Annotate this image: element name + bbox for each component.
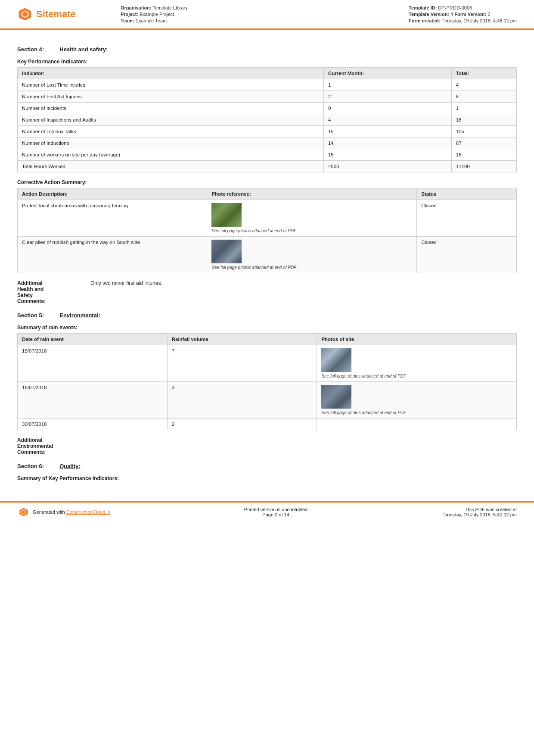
footer-logo-icon [17, 507, 30, 517]
rain-col-date: Date of rain event [18, 334, 168, 345]
photo-thumbnail [211, 240, 242, 263]
header-left-col: Organisation: Template Library Project: … [121, 5, 188, 23]
table-row: Number of Toolbox Talks15105 [18, 126, 517, 137]
kpi-title: Key Performance Indicators: [17, 59, 517, 65]
table-row: Total Hours Worked450011100 [18, 161, 517, 172]
rain-title: Summary of rain events: [17, 325, 517, 331]
summary-kpi-title: Summary of Key Performance Indicators: [17, 475, 517, 481]
logo-area: Sitemate [17, 6, 86, 22]
page-footer: Generated with ConstructionCloud.io Prin… [0, 501, 534, 522]
additional-env-comments: AdditionalEnvironmentalComments: [17, 437, 517, 455]
section6-title: Section 6: Quality: [17, 463, 517, 469]
org-line: Organisation: Template Library [121, 5, 188, 10]
photo-thumbnail [211, 203, 242, 227]
section4-title: Section 4: Health and safety: [17, 46, 517, 53]
table-row: Number of Lost Time Injuries14 [18, 79, 517, 91]
corrective-col-photo: Photo reference: [207, 188, 417, 200]
photo-thumbnail [321, 385, 351, 409]
footer-center: Printed version is uncontrolled Page 2 o… [244, 507, 307, 517]
table-row: Clear piles of rubbish getting in the wa… [18, 237, 517, 273]
corrective-col-action: Action Description: [18, 188, 207, 200]
footer-link[interactable]: ConstructionCloud.io [66, 509, 110, 515]
table-row: Number of workers on site per day (avera… [18, 149, 517, 161]
corrective-col-status: Status [417, 188, 517, 200]
kpi-table: Indicator: Current Month: Total: Number … [17, 67, 517, 172]
form-created-line: Form created: Thursday, 19 July 2018, 4:… [409, 18, 517, 23]
footer-generated-text: Generated with ConstructionCloud.io [33, 509, 110, 515]
rain-col-volume: Rainfall volume [167, 334, 317, 345]
kpi-col-indicator: Indicator: [18, 68, 324, 79]
additional-hs-label: AdditionalHealth andSafetyComments: [17, 280, 73, 304]
page-content: Section 4: Health and safety: Key Perfor… [0, 30, 534, 493]
rain-col-photos: Photos of site [317, 334, 517, 345]
kpi-col-current: Current Month: [323, 68, 451, 79]
kpi-col-total: Total: [451, 68, 516, 79]
table-row: Number of Incidents01 [18, 103, 517, 114]
rain-table: Date of rain event Rainfall volume Photo… [17, 333, 517, 430]
additional-env-label: AdditionalEnvironmentalComments: [17, 437, 73, 455]
project-line: Project: Example Project [121, 12, 188, 17]
section5-title: Section 5: Environmental: [17, 312, 517, 319]
page-header: Sitemate Organisation: Template Library … [0, 0, 534, 30]
sitemate-logo-icon [17, 6, 33, 22]
additional-hs-comments: AdditionalHealth andSafetyComments: Only… [17, 280, 517, 304]
table-row: Number of Inductions1467 [18, 137, 517, 149]
table-row: 16/07/20183See full page photos attached… [18, 382, 517, 419]
footer-logo: Generated with ConstructionCloud.io [17, 507, 110, 517]
logo-text: Sitemate [36, 9, 76, 20]
additional-hs-value: Only two minor first aid injuries. [90, 280, 162, 304]
template-id-line: Template ID: DP-PROD-0003 [409, 5, 517, 10]
table-row: 15/07/20187See full page photos attached… [18, 345, 517, 382]
table-row: Protect local shrub areas with temporary… [18, 200, 517, 237]
team-line: Team: Example Team [121, 18, 188, 23]
header-right-col: Template ID: DP-PROD-0003 Template Versi… [409, 5, 517, 23]
template-version-line: Template Version: 4 Form Version: 2 [409, 12, 517, 17]
table-row: Number of Inspections and Audits418 [18, 114, 517, 126]
table-row: Number of First Aid Injuries26 [18, 91, 517, 103]
photo-thumbnail [321, 348, 351, 372]
footer-right: This PDF was created at Thursday, 19 Jul… [441, 507, 517, 517]
corrective-table: Action Description: Photo reference: Sta… [17, 188, 517, 273]
table-row: 30/07/20182 [18, 419, 517, 430]
corrective-title: Corrective Action Summary: [17, 179, 517, 185]
header-meta: Organisation: Template Library Project: … [86, 5, 517, 23]
